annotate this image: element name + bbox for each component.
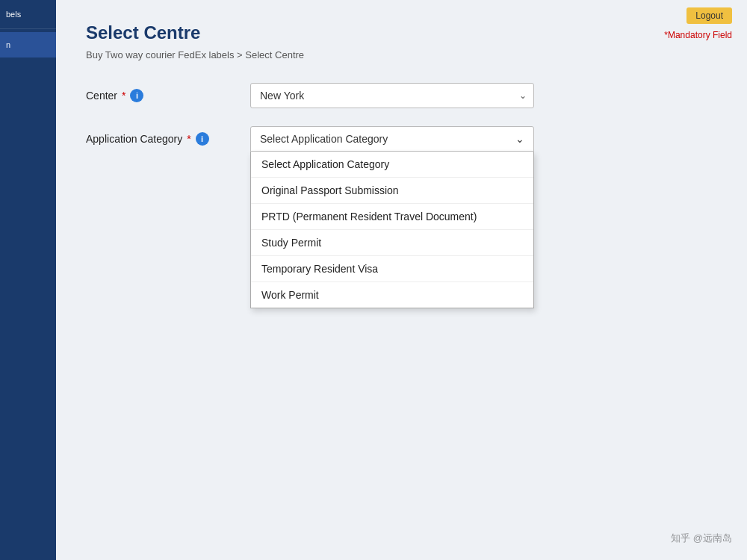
- breadcrumb-sep: >: [237, 49, 245, 60]
- mandatory-note: *Mandatory Field: [664, 30, 732, 40]
- app-category-dropdown-trigger[interactable]: Select Application Category ⌄: [250, 126, 534, 152]
- form-section: Center* i New York ⌄ Application Categor…: [86, 83, 717, 152]
- dropdown-item-2[interactable]: PRTD (Permanent Resident Travel Document…: [251, 204, 533, 230]
- app-category-dropdown-list: Select Application Category Original Pas…: [250, 152, 534, 308]
- app-category-control: Select Application Category ⌄ Select App…: [250, 126, 534, 152]
- center-label: Center* i: [86, 83, 250, 102]
- sidebar-item-nav[interactable]: n: [0, 32, 56, 57]
- breadcrumb-end: Select Centre: [245, 49, 304, 60]
- center-select-wrapper: New York ⌄: [250, 83, 534, 108]
- breadcrumb-start: Buy Two way courier FedEx labels: [86, 49, 234, 60]
- logout-button[interactable]: Logout: [686, 7, 732, 24]
- app-category-required-star: *: [187, 133, 190, 145]
- top-bar: Logout: [686, 7, 732, 24]
- breadcrumb: Buy Two way courier FedEx labels > Selec…: [86, 49, 717, 60]
- app-category-label-text: Application Category: [86, 133, 182, 145]
- center-row: Center* i New York ⌄: [86, 83, 717, 108]
- watermark: 知乎 @远南岛: [671, 532, 732, 545]
- center-select[interactable]: New York: [250, 83, 534, 108]
- application-category-row: Application Category* i Select Applicati…: [86, 126, 717, 152]
- sidebar-label-labels: bels: [6, 10, 21, 19]
- page-title: Select Centre: [86, 22, 717, 43]
- dropdown-item-1[interactable]: Original Passport Submission: [251, 178, 533, 204]
- center-info-icon[interactable]: i: [130, 89, 143, 102]
- center-control: New York ⌄: [250, 83, 534, 108]
- app-category-label: Application Category* i: [86, 126, 250, 146]
- app-category-info-icon[interactable]: i: [196, 132, 209, 146]
- center-required-star: *: [122, 90, 125, 102]
- app-category-chevron-icon: ⌄: [515, 133, 524, 145]
- app-category-selected-value: Select Application Category: [260, 133, 388, 145]
- dropdown-item-4[interactable]: Temporary Resident Visa: [251, 256, 533, 282]
- center-label-text: Center: [86, 90, 117, 102]
- sidebar: bels n: [0, 0, 56, 560]
- dropdown-item-3[interactable]: Study Permit: [251, 230, 533, 256]
- dropdown-item-0[interactable]: Select Application Category: [251, 152, 533, 178]
- sidebar-item-labels[interactable]: bels: [0, 0, 56, 29]
- main-content: Logout *Mandatory Field Select Centre Bu…: [56, 0, 747, 560]
- sidebar-label-nav: n: [6, 40, 10, 49]
- dropdown-item-5[interactable]: Work Permit: [251, 282, 533, 308]
